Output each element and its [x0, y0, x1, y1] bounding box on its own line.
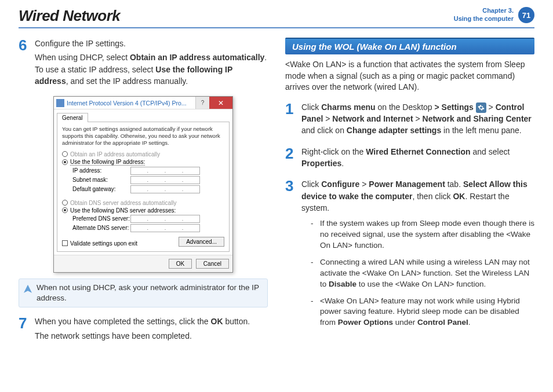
row-preferred-dns: Preferred DNS server: ...: [72, 215, 224, 223]
step-body: Click Charms menu on the Desktop > Setti…: [301, 101, 534, 139]
row-alt-dns: Alternate DNS server: ...: [72, 224, 224, 232]
note-box: When not using DHCP, ask your network ad…: [19, 279, 268, 307]
alt-dns-input[interactable]: ...: [130, 224, 200, 232]
wol-step-1: 1 Click Charms menu on the Desktop > Set…: [285, 101, 534, 139]
row-gateway: Default gateway: ...: [72, 185, 224, 193]
dialog-screenshot: Internet Protocol Version 4 (TCP/IPv4) P…: [19, 96, 268, 273]
tab-strip: General: [54, 109, 232, 122]
dash-icon: -: [311, 218, 315, 251]
wol-intro: <Wake On LAN> is a function that activat…: [285, 59, 534, 93]
validate-label: Validate settings upon exit: [70, 240, 137, 247]
row-ip-address: IP address: ...: [72, 167, 224, 175]
bullet-text: <Wake On LAN> feature may not work while…: [320, 296, 534, 329]
preferred-dns-input[interactable]: ...: [130, 215, 200, 223]
bullet-item: - Connecting a wired LAN while using a w…: [311, 257, 534, 290]
gateway-input[interactable]: ...: [130, 185, 200, 193]
ip-address-input[interactable]: ...: [130, 167, 200, 175]
advanced-button[interactable]: Advanced...: [179, 237, 224, 247]
help-button[interactable]: ?: [195, 97, 209, 109]
step-body: Click Configure > Power Management tab. …: [301, 178, 534, 334]
radio-icon: [62, 207, 68, 213]
note-text: When not using DHCP, ask your network ad…: [37, 283, 259, 302]
dialog-footer: OK Cancel: [54, 255, 232, 272]
dialog-titlebar: Internet Protocol Version 4 (TCP/IPv4) P…: [54, 97, 232, 109]
radio-label: Obtain an IP address automatically: [70, 151, 160, 157]
dash-icon: -: [311, 296, 315, 329]
dialog-icon: [56, 99, 64, 107]
step-number: 7: [19, 316, 30, 344]
step-6: 6 Configure the IP settings. When using …: [19, 38, 268, 89]
subnet-label: Subnet mask:: [72, 177, 130, 183]
subnet-input[interactable]: ...: [130, 176, 200, 184]
page-title: Wired Network: [19, 7, 120, 25]
right-column: Using the WOL (Wake On LAN) function <Wa…: [285, 38, 534, 351]
chapter-block: Chapter 3. Using the computer 71: [454, 7, 534, 23]
ip-address-label: IP address:: [72, 167, 130, 174]
alt-dns-label: Alternate DNS server:: [72, 225, 130, 231]
chapter-line2: Using the computer: [454, 15, 514, 23]
page-header: Wired Network Chapter 3. Using the compu…: [19, 7, 534, 28]
bullet-text: If the system wakes up from Sleep mode e…: [320, 218, 534, 251]
radio-icon: [62, 151, 68, 157]
chapter-text: Chapter 3. Using the computer: [454, 7, 514, 23]
step6-line1: Configure the IP settings.: [35, 38, 268, 49]
radio-label: Use the following DNS server addresses:: [70, 207, 176, 214]
wol-step-3: 3 Click Configure > Power Management tab…: [285, 178, 534, 334]
bullet-list: - If the system wakes up from Sleep mode…: [301, 218, 534, 328]
bullet-text: Connecting a wired LAN while using a wir…: [320, 257, 534, 290]
section-header-wol: Using the WOL (Wake On LAN) function: [285, 38, 534, 54]
radio-use-following-dns[interactable]: Use the following DNS server addresses:: [62, 207, 224, 214]
radio-obtain-dns-auto[interactable]: Obtain DNS server address automatically: [62, 200, 224, 206]
validate-checkbox[interactable]: Validate settings upon exit: [62, 240, 137, 247]
radio-icon: [62, 159, 68, 165]
bullet-item: - <Wake On LAN> feature may not work whi…: [311, 296, 534, 329]
bullet-item: - If the system wakes up from Sleep mode…: [311, 218, 534, 251]
step7-line1: When you have completed the settings, cl…: [35, 316, 268, 327]
step6-line2: When using DHCP, select Obtain an IP add…: [35, 52, 268, 87]
page-number-badge: 71: [518, 7, 534, 23]
checkbox-icon: [62, 240, 68, 246]
step7-line2: The network settings have been completed…: [35, 330, 268, 342]
ipv4-properties-dialog: Internet Protocol Version 4 (TCP/IPv4) P…: [53, 96, 233, 273]
ok-button[interactable]: OK: [169, 259, 192, 269]
left-column: 6 Configure the IP settings. When using …: [19, 38, 268, 351]
step-number: 3: [285, 178, 297, 334]
tab-general[interactable]: General: [57, 113, 88, 122]
radio-obtain-ip-auto[interactable]: Obtain an IP address automatically: [62, 151, 224, 157]
radio-use-following-ip[interactable]: Use the following IP address:: [62, 159, 224, 166]
dialog-description: You can get IP settings assigned automat…: [62, 126, 224, 146]
dialog-body: You can get IP settings assigned automat…: [57, 122, 230, 252]
gateway-label: Default gateway:: [72, 186, 130, 192]
row-subnet: Subnet mask: ...: [72, 176, 224, 184]
preferred-dns-label: Preferred DNS server:: [72, 215, 130, 222]
radio-icon: [62, 200, 68, 206]
close-button[interactable]: ✕: [209, 97, 232, 109]
step-number: 2: [285, 146, 297, 172]
step-number: 6: [19, 38, 30, 89]
step-7: 7 When you have completed the settings, …: [19, 316, 268, 344]
chapter-line1: Chapter 3.: [454, 7, 514, 15]
step-body: Configure the IP settings. When using DH…: [35, 38, 268, 89]
step-number: 1: [285, 101, 297, 139]
cancel-button[interactable]: Cancel: [196, 259, 229, 269]
radio-label: Use the following IP address:: [70, 159, 145, 166]
wol-step-2: 2 Right-click on the Wired Ethernet Conn…: [285, 146, 534, 172]
dialog-title: Internet Protocol Version 4 (TCP/IPv4) P…: [67, 97, 195, 109]
step-body: Right-click on the Wired Ethernet Connec…: [301, 146, 534, 172]
radio-label: Obtain DNS server address automatically: [70, 200, 176, 206]
step-body: When you have completed the settings, cl…: [35, 316, 268, 344]
dash-icon: -: [311, 257, 315, 290]
gear-icon: [476, 102, 486, 113]
